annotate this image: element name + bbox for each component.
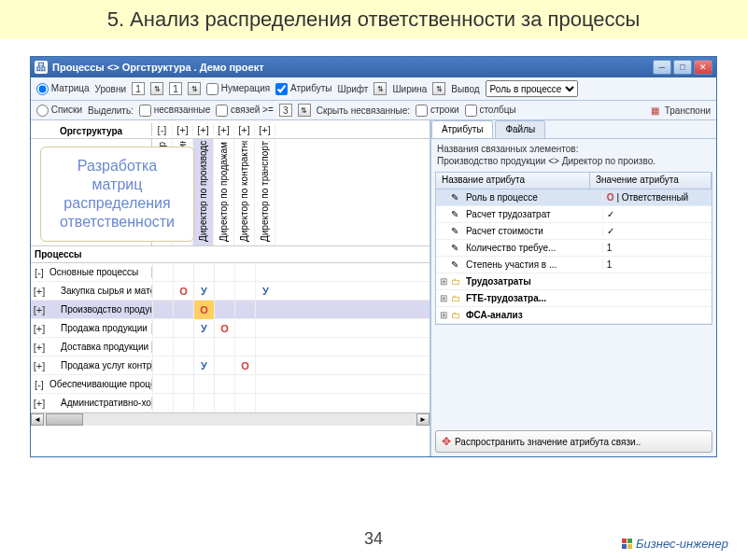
row-expand[interactable]: [+] <box>31 286 48 297</box>
col-expand[interactable]: [-] <box>152 124 173 135</box>
col-expand[interactable]: [+] <box>173 124 193 135</box>
matrix-cell[interactable] <box>173 375 193 394</box>
minimize-button[interactable]: ─ <box>653 60 671 75</box>
matrix-cell[interactable] <box>255 301 275 319</box>
links-value-input[interactable]: 3 <box>279 104 292 117</box>
matrix-cell[interactable] <box>173 319 193 338</box>
matrix-row[interactable]: [+]Административно-хозяйственное ... <box>31 394 430 413</box>
matrix-cell[interactable] <box>173 394 193 413</box>
matrix-cell[interactable]: У <box>193 319 214 338</box>
matrix-cell[interactable] <box>255 357 275 375</box>
matrix-cell[interactable] <box>214 375 234 394</box>
column-header[interactable]: Директор по контрактно... <box>234 139 255 245</box>
matrix-row[interactable]: [+]Продажа продукцииУО <box>31 319 430 338</box>
matrix-cell[interactable]: О <box>173 282 193 301</box>
matrix-cell[interactable] <box>214 357 234 375</box>
scroll-left-icon[interactable]: ◄ <box>31 413 44 426</box>
matrix-cell[interactable]: У <box>193 282 214 301</box>
matrix-row[interactable]: [-]Основные процессы <box>31 263 430 282</box>
maximize-button[interactable]: □ <box>673 60 692 75</box>
matrix-row[interactable]: [+]Доставка продукции потребителям <box>31 338 430 357</box>
attribute-row[interactable]: ✎Расчет трудозатрат✓ <box>436 206 712 223</box>
matrix-cell[interactable] <box>152 319 173 338</box>
matrix-cell[interactable]: О <box>193 301 214 319</box>
matrix-row[interactable]: [-]Обеспечивающие процессы <box>31 375 430 394</box>
propagate-button[interactable]: ✥ Распространить значение атрибута связи… <box>435 430 712 453</box>
unlinked-checkbox[interactable]: несвязанные <box>139 105 210 117</box>
attr-col-name[interactable]: Название атрибута <box>436 173 590 189</box>
attr-col-value[interactable]: Значение атрибута <box>590 173 712 189</box>
matrix-cell[interactable] <box>255 319 275 338</box>
attribute-folder[interactable]: ⊞🗀FTE-трудозатра... <box>436 290 712 307</box>
matrix-row[interactable]: [+]Продажа услуг контрактного произ...УО <box>31 357 430 375</box>
matrix-cell[interactable]: У <box>255 282 275 301</box>
row-expand[interactable]: [+] <box>31 304 48 315</box>
matrix-cell[interactable] <box>214 394 234 413</box>
tab-attributes[interactable]: Атрибуты <box>431 120 493 138</box>
hide-cols-checkbox[interactable]: столбцы <box>465 105 516 117</box>
matrix-cell[interactable] <box>173 301 193 319</box>
tab-files[interactable]: Файлы <box>495 120 545 138</box>
matrix-cell[interactable] <box>173 263 193 282</box>
matrix-cell[interactable]: О <box>234 357 255 375</box>
attribute-row[interactable]: ✎Роль в процессеО | Ответственный <box>436 189 712 206</box>
width-stepper[interactable]: ⇅ <box>432 82 445 95</box>
matrix-cell[interactable] <box>234 319 255 338</box>
close-button[interactable]: ✕ <box>694 60 712 75</box>
level-b-stepper[interactable]: ⇅ <box>188 82 201 95</box>
level-b-input[interactable]: 1 <box>169 82 182 95</box>
matrix-cell[interactable] <box>234 338 255 357</box>
matrix-cell[interactable] <box>173 338 193 357</box>
matrix-cell[interactable] <box>173 357 193 375</box>
matrix-cell[interactable] <box>255 394 275 413</box>
attribute-folder[interactable]: ⊞🗀ФСА-анализ <box>436 307 712 324</box>
level-a-input[interactable]: 1 <box>132 82 145 95</box>
row-expand[interactable]: [-] <box>31 379 48 390</box>
matrix-cell[interactable]: О <box>214 319 234 338</box>
attribute-row[interactable]: ✎Количество требуе...1 <box>436 240 712 257</box>
matrix-cell[interactable] <box>234 394 255 413</box>
matrix-cell[interactable] <box>152 263 173 282</box>
matrix-cell[interactable] <box>193 394 214 413</box>
matrix-cell[interactable] <box>193 263 214 282</box>
col-expand[interactable]: [+] <box>193 124 214 135</box>
column-header[interactable]: Директор по продажам ... <box>214 139 234 245</box>
horizontal-scrollbar[interactable]: ◄ ► <box>31 413 430 426</box>
attribute-row[interactable]: ✎Расчет стоимости✓ <box>436 223 712 240</box>
matrix-cell[interactable] <box>152 282 173 301</box>
col-expand[interactable]: [+] <box>234 124 255 135</box>
matrix-cell[interactable] <box>234 282 255 301</box>
matrix-cell[interactable] <box>193 375 214 394</box>
col-expand[interactable]: [+] <box>255 124 275 135</box>
numbering-checkbox[interactable]: Нумерация <box>206 83 270 95</box>
level-a-stepper[interactable]: ⇅ <box>150 82 163 95</box>
matrix-row[interactable]: [+]Закупка сырья и материаловОУУ <box>31 282 430 301</box>
matrix-cell[interactable] <box>214 301 234 319</box>
matrix-cell[interactable] <box>152 375 173 394</box>
row-expand[interactable]: [-] <box>31 267 48 278</box>
matrix-cell[interactable] <box>193 338 214 357</box>
matrix-cell[interactable] <box>152 357 173 375</box>
scroll-thumb[interactable] <box>46 413 83 426</box>
column-header[interactable]: Директор по производс... <box>193 139 214 245</box>
hide-rows-checkbox[interactable]: строки <box>416 105 458 117</box>
matrix-cell[interactable] <box>255 375 275 394</box>
matrix-cell[interactable] <box>234 301 255 319</box>
column-header[interactable]: Директор по транспорту <box>255 139 275 245</box>
matrix-cell[interactable] <box>214 282 234 301</box>
matrix-cell[interactable] <box>152 301 173 319</box>
col-expand[interactable]: [+] <box>214 124 234 135</box>
matrix-cell[interactable] <box>234 375 255 394</box>
scroll-right-icon[interactable]: ► <box>416 413 430 426</box>
matrix-cell[interactable] <box>214 263 234 282</box>
matrix-cell[interactable] <box>214 338 234 357</box>
row-expand[interactable]: [+] <box>31 398 48 409</box>
row-expand[interactable]: [+] <box>31 323 48 334</box>
attributes-checkbox[interactable]: Атрибуты <box>275 83 331 95</box>
radio-lists[interactable]: Списки <box>36 105 82 117</box>
radio-matrix[interactable]: Матрица <box>36 83 90 95</box>
row-expand[interactable]: [+] <box>31 360 48 371</box>
matrix-cell[interactable] <box>152 338 173 357</box>
matrix-cell[interactable] <box>234 263 255 282</box>
attribute-folder[interactable]: ⊞🗀Трудозатраты <box>436 273 712 290</box>
